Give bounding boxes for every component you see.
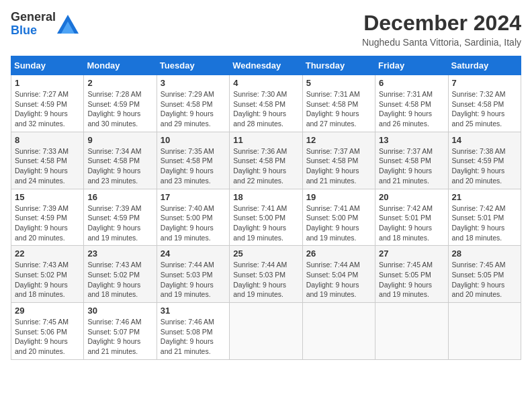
day-number: 14: [452, 135, 517, 145]
logo: General Blue: [11, 11, 79, 38]
day-info: Sunrise: 7:27 AM Sunset: 4:59 PM Dayligh…: [15, 89, 80, 129]
day-info: Sunrise: 7:29 AM Sunset: 4:58 PM Dayligh…: [161, 89, 226, 129]
calendar-cell: 13 Sunrise: 7:37 AM Sunset: 4:58 PM Dayl…: [375, 132, 448, 189]
calendar-cell: 14 Sunrise: 7:38 AM Sunset: 4:59 PM Dayl…: [448, 132, 521, 189]
logo-icon: [57, 15, 79, 34]
day-info: Sunrise: 7:43 AM Sunset: 5:02 PM Dayligh…: [15, 260, 80, 300]
day-number: 31: [161, 306, 226, 316]
calendar-header-wednesday: Wednesday: [230, 56, 302, 75]
day-number: 16: [87, 192, 152, 202]
calendar-cell: 20 Sunrise: 7:42 AM Sunset: 5:01 PM Dayl…: [375, 189, 448, 246]
calendar-cell: 11 Sunrise: 7:36 AM Sunset: 4:58 PM Dayl…: [230, 132, 302, 189]
day-info: Sunrise: 7:44 AM Sunset: 5:03 PM Dayligh…: [161, 260, 226, 300]
day-info: Sunrise: 7:44 AM Sunset: 5:04 PM Dayligh…: [306, 260, 371, 300]
calendar-cell: 22 Sunrise: 7:43 AM Sunset: 5:02 PM Dayl…: [11, 246, 84, 303]
calendar-cell: 23 Sunrise: 7:43 AM Sunset: 5:02 PM Dayl…: [84, 246, 157, 303]
calendar-body: 1 Sunrise: 7:27 AM Sunset: 4:59 PM Dayli…: [11, 75, 521, 360]
calendar-week-1: 1 Sunrise: 7:27 AM Sunset: 4:59 PM Dayli…: [11, 75, 521, 132]
calendar-cell: 17 Sunrise: 7:40 AM Sunset: 5:00 PM Dayl…: [157, 189, 229, 246]
calendar-header-thursday: Thursday: [302, 56, 375, 75]
day-number: 24: [161, 248, 226, 259]
calendar-cell: 29 Sunrise: 7:45 AM Sunset: 5:06 PM Dayl…: [11, 303, 84, 360]
page-header: General Blue December 2024 Nughedu Santa…: [11, 11, 521, 48]
day-info: Sunrise: 7:39 AM Sunset: 4:59 PM Dayligh…: [15, 203, 80, 243]
day-number: 4: [233, 78, 298, 88]
day-number: 8: [15, 135, 80, 145]
day-info: Sunrise: 7:32 AM Sunset: 4:58 PM Dayligh…: [452, 89, 517, 129]
day-info: Sunrise: 7:44 AM Sunset: 5:03 PM Dayligh…: [233, 260, 298, 300]
day-info: Sunrise: 7:33 AM Sunset: 4:58 PM Dayligh…: [15, 146, 80, 186]
day-info: Sunrise: 7:34 AM Sunset: 4:58 PM Dayligh…: [87, 146, 152, 186]
calendar-cell: 10 Sunrise: 7:35 AM Sunset: 4:58 PM Dayl…: [157, 132, 229, 189]
day-number: 3: [161, 78, 226, 88]
day-number: 21: [452, 192, 517, 202]
day-number: 18: [233, 192, 298, 202]
calendar-week-4: 22 Sunrise: 7:43 AM Sunset: 5:02 PM Dayl…: [11, 246, 521, 303]
calendar-week-5: 29 Sunrise: 7:45 AM Sunset: 5:06 PM Dayl…: [11, 303, 521, 360]
calendar-header-row: SundayMondayTuesdayWednesdayThursdayFrid…: [11, 56, 521, 75]
calendar-cell: 28 Sunrise: 7:45 AM Sunset: 5:05 PM Dayl…: [448, 246, 521, 303]
calendar-cell: 6 Sunrise: 7:31 AM Sunset: 4:58 PM Dayli…: [375, 75, 448, 132]
calendar-cell: 26 Sunrise: 7:44 AM Sunset: 5:04 PM Dayl…: [302, 246, 375, 303]
calendar-header-monday: Monday: [84, 56, 157, 75]
calendar-header-sunday: Sunday: [11, 56, 84, 75]
calendar-header-tuesday: Tuesday: [157, 56, 229, 75]
day-number: 29: [15, 306, 80, 316]
calendar-cell: 31 Sunrise: 7:46 AM Sunset: 5:08 PM Dayl…: [157, 303, 229, 360]
day-info: Sunrise: 7:37 AM Sunset: 4:58 PM Dayligh…: [379, 146, 444, 186]
calendar-cell: 30 Sunrise: 7:46 AM Sunset: 5:07 PM Dayl…: [84, 303, 157, 360]
day-number: 2: [87, 78, 152, 88]
calendar-cell: [448, 303, 521, 360]
day-info: Sunrise: 7:28 AM Sunset: 4:59 PM Dayligh…: [87, 89, 152, 129]
day-number: 13: [379, 135, 444, 145]
day-info: Sunrise: 7:45 AM Sunset: 5:05 PM Dayligh…: [379, 260, 444, 300]
calendar-cell: 27 Sunrise: 7:45 AM Sunset: 5:05 PM Dayl…: [375, 246, 448, 303]
day-info: Sunrise: 7:45 AM Sunset: 5:05 PM Dayligh…: [452, 260, 517, 300]
calendar-cell: 18 Sunrise: 7:41 AM Sunset: 5:00 PM Dayl…: [230, 189, 302, 246]
calendar-cell: 5 Sunrise: 7:31 AM Sunset: 4:58 PM Dayli…: [302, 75, 375, 132]
calendar-week-3: 15 Sunrise: 7:39 AM Sunset: 4:59 PM Dayl…: [11, 189, 521, 246]
day-number: 10: [161, 135, 226, 145]
logo-general: General: [11, 10, 56, 24]
calendar-cell: [302, 303, 375, 360]
calendar-week-2: 8 Sunrise: 7:33 AM Sunset: 4:58 PM Dayli…: [11, 132, 521, 189]
day-number: 7: [452, 78, 517, 88]
day-number: 23: [87, 248, 152, 259]
day-info: Sunrise: 7:41 AM Sunset: 5:00 PM Dayligh…: [233, 203, 298, 243]
day-info: Sunrise: 7:42 AM Sunset: 5:01 PM Dayligh…: [379, 203, 444, 243]
month-title: December 2024: [362, 11, 521, 36]
calendar-cell: 15 Sunrise: 7:39 AM Sunset: 4:59 PM Dayl…: [11, 189, 84, 246]
day-number: 28: [452, 248, 517, 259]
day-info: Sunrise: 7:46 AM Sunset: 5:07 PM Dayligh…: [87, 317, 152, 357]
calendar-cell: 2 Sunrise: 7:28 AM Sunset: 4:59 PM Dayli…: [84, 75, 157, 132]
day-number: 6: [379, 78, 444, 88]
calendar-cell: 9 Sunrise: 7:34 AM Sunset: 4:58 PM Dayli…: [84, 132, 157, 189]
calendar-cell: 24 Sunrise: 7:44 AM Sunset: 5:03 PM Dayl…: [157, 246, 229, 303]
calendar-cell: 7 Sunrise: 7:32 AM Sunset: 4:58 PM Dayli…: [448, 75, 521, 132]
calendar-cell: 21 Sunrise: 7:42 AM Sunset: 5:01 PM Dayl…: [448, 189, 521, 246]
day-info: Sunrise: 7:37 AM Sunset: 4:58 PM Dayligh…: [306, 146, 371, 186]
day-info: Sunrise: 7:31 AM Sunset: 4:58 PM Dayligh…: [379, 89, 444, 129]
day-number: 25: [233, 248, 298, 259]
day-number: 19: [306, 192, 371, 202]
calendar-cell: 4 Sunrise: 7:30 AM Sunset: 4:58 PM Dayli…: [230, 75, 302, 132]
day-number: 11: [233, 135, 298, 145]
day-number: 1: [15, 78, 80, 88]
calendar-cell: 8 Sunrise: 7:33 AM Sunset: 4:58 PM Dayli…: [11, 132, 84, 189]
calendar-cell: [375, 303, 448, 360]
calendar-cell: 19 Sunrise: 7:41 AM Sunset: 5:00 PM Dayl…: [302, 189, 375, 246]
calendar-cell: 12 Sunrise: 7:37 AM Sunset: 4:58 PM Dayl…: [302, 132, 375, 189]
location: Nughedu Santa Vittoria, Sardinia, Italy: [362, 37, 521, 48]
calendar-cell: 1 Sunrise: 7:27 AM Sunset: 4:59 PM Dayli…: [11, 75, 84, 132]
day-info: Sunrise: 7:41 AM Sunset: 5:00 PM Dayligh…: [306, 203, 371, 243]
day-number: 30: [87, 306, 152, 316]
day-number: 5: [306, 78, 371, 88]
title-area: December 2024 Nughedu Santa Vittoria, Sa…: [362, 11, 521, 48]
day-number: 22: [15, 248, 80, 259]
day-info: Sunrise: 7:40 AM Sunset: 5:00 PM Dayligh…: [161, 203, 226, 243]
day-number: 20: [379, 192, 444, 202]
day-number: 15: [15, 192, 80, 202]
calendar-header-saturday: Saturday: [448, 56, 521, 75]
day-info: Sunrise: 7:30 AM Sunset: 4:58 PM Dayligh…: [233, 89, 298, 129]
day-info: Sunrise: 7:45 AM Sunset: 5:06 PM Dayligh…: [15, 317, 80, 357]
